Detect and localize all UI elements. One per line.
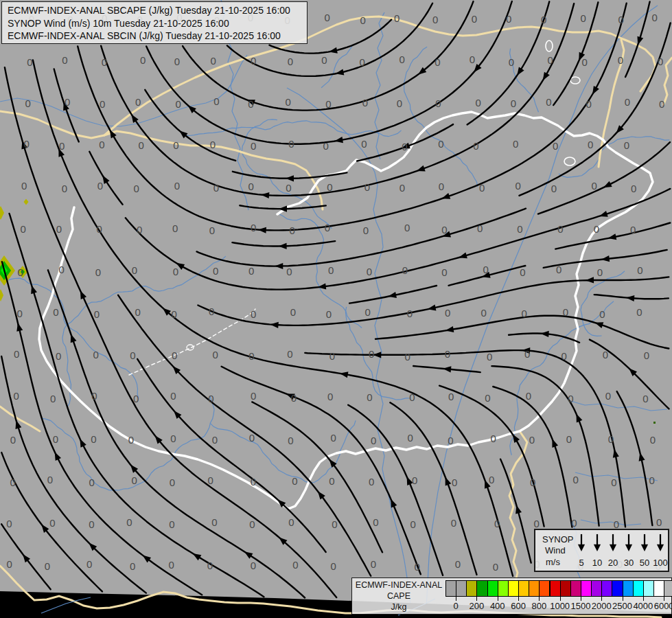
grid-value-label: 0 xyxy=(451,517,456,529)
grid-value-label: 0 xyxy=(176,98,181,110)
grid-value-label: 0 xyxy=(62,183,67,194)
grid-value-label: 0 xyxy=(292,559,298,571)
cape-scale-swatch xyxy=(612,580,623,597)
grid-value-label: 0 xyxy=(99,139,104,150)
grid-value-label: 0 xyxy=(369,348,374,360)
grid-value-label: 0 xyxy=(173,139,178,151)
grid-value-label: 0 xyxy=(359,56,364,68)
grid-value-label: 0 xyxy=(369,476,374,488)
grid-value-label: 0 xyxy=(526,390,531,402)
grid-value-label: 0 xyxy=(56,350,61,362)
grid-value-label: 0 xyxy=(568,393,573,404)
grid-value-label: 0 xyxy=(209,306,214,317)
grid-value-label: 0 xyxy=(553,140,558,152)
grid-value-label: 0 xyxy=(174,56,180,67)
cape-scale-swatch xyxy=(623,580,634,597)
grid-value-label: 0 xyxy=(483,264,489,275)
grid-value-label: 0 xyxy=(212,434,218,446)
grid-value-label: 0 xyxy=(360,14,366,26)
grid-value-label: 0 xyxy=(89,518,94,530)
grid-value-label: 0 xyxy=(506,13,511,25)
grid-value-label: 0 xyxy=(448,391,454,402)
grid-value-label: 0 xyxy=(328,264,334,276)
grid-value-label: 0 xyxy=(100,98,105,110)
grid-value-label: 0 xyxy=(524,348,530,360)
grid-value-label: 0 xyxy=(475,97,480,108)
grid-value-label: 0 xyxy=(586,98,591,110)
grid-value-label: 0 xyxy=(91,390,97,402)
cape-scale-swatch xyxy=(539,580,550,597)
grid-value-label: 0 xyxy=(251,390,256,402)
cape-scale-swatch xyxy=(560,580,571,597)
grid-value-label: 0 xyxy=(21,180,27,192)
grid-value-label: 0 xyxy=(367,266,372,277)
grid-value-label: 0 xyxy=(611,477,616,488)
grid-value-label: 0 xyxy=(472,13,477,25)
grid-value-label: 0 xyxy=(493,561,498,573)
grid-value-label: 0 xyxy=(18,266,23,278)
grid-value-label: 0 xyxy=(323,140,328,152)
grid-value-label: 0 xyxy=(27,56,32,68)
grid-value-label: 0 xyxy=(399,54,405,65)
grid-value-label: 0 xyxy=(10,434,16,446)
grid-value-label: 0 xyxy=(10,477,16,488)
grid-value-label: 0 xyxy=(394,12,399,24)
grid-value-label: 0 xyxy=(361,138,367,150)
grid-value-label: 0 xyxy=(170,390,176,402)
grid-value-label: 0 xyxy=(130,560,135,572)
cape-scale-swatch xyxy=(476,580,487,597)
grid-value-label: 0 xyxy=(53,306,58,318)
grid-value-label: 0 xyxy=(625,96,630,108)
grid-value-label: 0 xyxy=(329,475,334,487)
map-canvas: 0000000000000000000000000000000000000000… xyxy=(0,0,672,618)
grid-value-label: 0 xyxy=(636,306,642,318)
grid-value-label: 0 xyxy=(209,225,215,236)
grid-value-label: 0 xyxy=(597,266,603,278)
grid-value-label: 0 xyxy=(25,98,30,109)
grid-value-label: 0 xyxy=(533,518,539,529)
grid-value-label: 0 xyxy=(631,183,636,194)
grid-value-label: 0 xyxy=(173,266,178,277)
grid-value-label: 0 xyxy=(212,349,218,360)
wind-legend-units: m/s xyxy=(546,557,560,567)
grid-value-label: 0 xyxy=(329,350,335,362)
grid-value-label: 0 xyxy=(86,558,92,570)
grid-value-label: 0 xyxy=(541,14,546,25)
grid-value-label: 0 xyxy=(290,306,296,318)
grid-value-label: 0 xyxy=(326,308,332,320)
grid-value-label: 0 xyxy=(172,222,178,234)
wind-speed-arrow-icon xyxy=(592,534,602,551)
grid-value-label: 0 xyxy=(14,390,19,402)
cape-legend: ECMWF-INDEX-ANAL CAPE J/kg 0200400600800… xyxy=(351,577,672,615)
grid-value-label: 0 xyxy=(20,223,25,235)
grid-value-label: 0 xyxy=(408,432,413,444)
grid-value-label: 0 xyxy=(659,98,664,110)
grid-value-label: 0 xyxy=(286,182,291,194)
cape-scale-swatch xyxy=(664,580,672,597)
cape-scale-swatch xyxy=(487,580,498,597)
grid-value-label: 0 xyxy=(249,518,255,530)
grid-value-label: 0 xyxy=(435,98,441,109)
grid-value-label: 0 xyxy=(556,264,561,275)
grid-value-label: 0 xyxy=(618,14,623,25)
grid-value-label: 0 xyxy=(169,559,174,571)
weather-map-stage: 0000000000000000000000000000000000000000… xyxy=(0,0,672,618)
cape-scale-swatch xyxy=(570,580,581,597)
grid-value-label: 0 xyxy=(210,139,216,150)
grid-value-label: 0 xyxy=(529,434,535,446)
grid-value-label: 0 xyxy=(286,266,292,277)
grid-value-label: 0 xyxy=(248,181,254,192)
grid-value-label: 0 xyxy=(658,56,663,67)
grid-value-label: 0 xyxy=(331,432,336,444)
grid-value-label: 0 xyxy=(599,308,605,320)
grid-value-label: 0 xyxy=(288,138,294,150)
grid-value-label: 0 xyxy=(251,476,256,488)
grid-value-label: 0 xyxy=(566,433,572,445)
grid-value-label: 0 xyxy=(289,225,294,236)
grid-value-label: 0 xyxy=(327,391,333,402)
grid-value-label: 0 xyxy=(17,308,23,319)
grid-value-label: 0 xyxy=(557,223,563,235)
grid-value-label: 0 xyxy=(97,223,102,235)
grid-value-label: 0 xyxy=(287,348,292,360)
grid-value-label: 0 xyxy=(251,308,256,320)
